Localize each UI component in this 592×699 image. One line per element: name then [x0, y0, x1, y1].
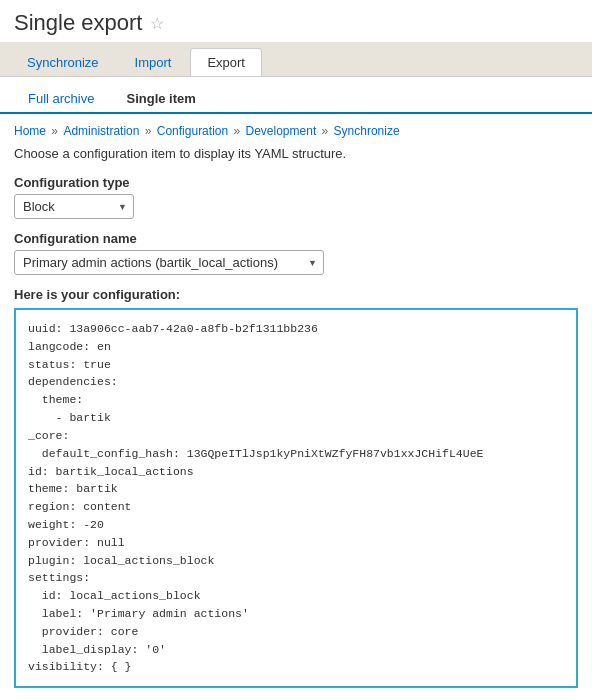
sub-tab-full-archive[interactable]: Full archive: [14, 85, 108, 114]
page-title: Single export: [14, 10, 142, 36]
config-type-select-wrapper: Block: [14, 194, 134, 219]
tab-synchronize[interactable]: Synchronize: [10, 48, 116, 76]
breadcrumb-synchronize[interactable]: Synchronize: [334, 124, 400, 138]
page-description: Choose a configuration item to display i…: [14, 146, 578, 161]
breadcrumb: Home » Administration » Configuration » …: [14, 124, 578, 138]
breadcrumb-configuration[interactable]: Configuration: [157, 124, 228, 138]
sub-tabs: Full archive Single item: [0, 77, 592, 114]
config-name-select-wrapper: Primary admin actions (bartik_local_acti…: [14, 250, 324, 275]
config-type-select[interactable]: Block: [14, 194, 134, 219]
favorite-icon[interactable]: ☆: [150, 14, 164, 33]
breadcrumb-sep-1: »: [51, 124, 61, 138]
config-name-select[interactable]: Primary admin actions (bartik_local_acti…: [14, 250, 324, 275]
page-title-bar: Single export ☆: [0, 0, 592, 42]
sub-tab-single-item[interactable]: Single item: [112, 85, 209, 114]
breadcrumb-home[interactable]: Home: [14, 124, 46, 138]
yaml-heading: Here is your configuration:: [14, 287, 578, 302]
tab-import[interactable]: Import: [118, 48, 189, 76]
top-tabs: Synchronize Import Export: [0, 42, 592, 77]
breadcrumb-development[interactable]: Development: [246, 124, 317, 138]
breadcrumb-sep-4: »: [322, 124, 332, 138]
breadcrumb-administration[interactable]: Administration: [63, 124, 139, 138]
breadcrumb-sep-2: »: [145, 124, 155, 138]
config-type-field: Configuration type Block: [14, 175, 578, 219]
yaml-section: Here is your configuration: uuid: 13a906…: [14, 287, 578, 688]
breadcrumb-sep-3: »: [234, 124, 244, 138]
main-content: Home » Administration » Configuration » …: [0, 114, 592, 699]
config-name-field: Configuration name Primary admin actions…: [14, 231, 578, 275]
tab-export[interactable]: Export: [190, 48, 262, 76]
yaml-content: uuid: 13a906cc-aab7-42a0-a8fb-b2f1311bb2…: [14, 308, 578, 688]
config-type-label: Configuration type: [14, 175, 578, 190]
config-name-label: Configuration name: [14, 231, 578, 246]
